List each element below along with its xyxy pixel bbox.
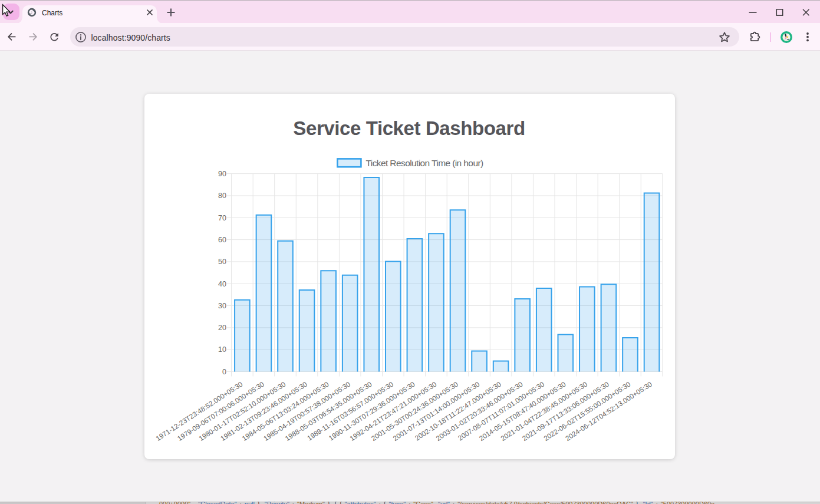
svg-text:40: 40 xyxy=(218,280,226,288)
svg-text:Service Ticket Dashboard: Service Ticket Dashboard xyxy=(293,117,525,139)
svg-text:0: 0 xyxy=(222,368,226,376)
svg-text:10: 10 xyxy=(218,345,226,354)
svg-text:90: 90 xyxy=(218,170,226,178)
svg-text:Ticket Resolution Time (in hou: Ticket Resolution Time (in hour) xyxy=(366,158,483,168)
svg-text:80: 80 xyxy=(218,192,226,200)
svg-text:30: 30 xyxy=(218,302,226,310)
svg-text:20: 20 xyxy=(218,324,226,332)
svg-text:70: 70 xyxy=(218,214,226,222)
svg-text:50: 50 xyxy=(218,258,226,266)
svg-text:60: 60 xyxy=(218,236,226,244)
